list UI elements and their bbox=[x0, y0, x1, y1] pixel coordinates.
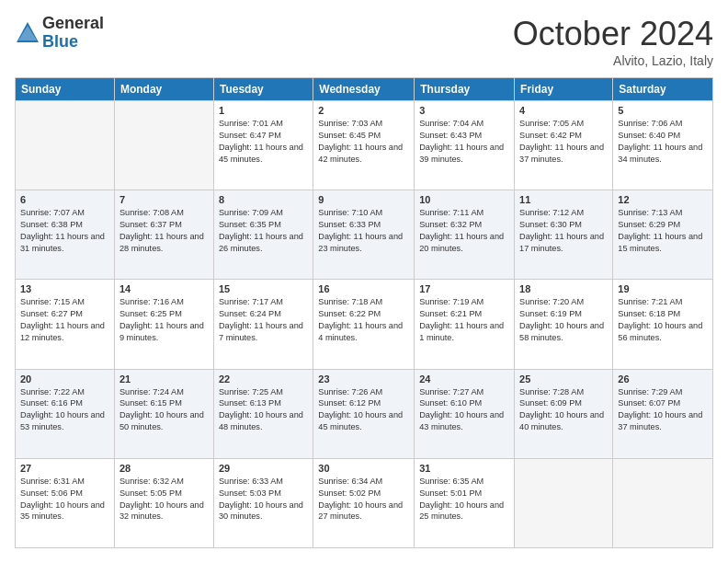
day-info: Sunrise: 7:07 AMSunset: 6:38 PMDaylight:… bbox=[20, 207, 109, 255]
logo-text: General Blue bbox=[42, 15, 104, 52]
calendar-cell: 23Sunrise: 7:26 AMSunset: 6:12 PMDayligh… bbox=[313, 369, 415, 458]
title-area: October 2024 Alvito, Lazio, Italy bbox=[513, 15, 713, 68]
calendar-cell bbox=[16, 101, 115, 190]
day-info: Sunrise: 7:01 AMSunset: 6:47 PMDaylight:… bbox=[219, 118, 308, 166]
calendar-cell: 2Sunrise: 7:03 AMSunset: 6:45 PMDaylight… bbox=[313, 101, 415, 190]
day-number: 9 bbox=[318, 194, 409, 205]
calendar-cell: 27Sunrise: 6:31 AMSunset: 5:06 PMDayligh… bbox=[16, 458, 115, 547]
day-info: Sunrise: 7:05 AMSunset: 6:42 PMDaylight:… bbox=[519, 118, 608, 166]
day-info: Sunrise: 7:04 AMSunset: 6:43 PMDaylight:… bbox=[419, 118, 509, 166]
logo-blue: Blue bbox=[42, 33, 104, 52]
day-info: Sunrise: 7:24 AMSunset: 6:15 PMDaylight:… bbox=[119, 386, 209, 434]
day-info: Sunrise: 7:17 AMSunset: 6:24 PMDaylight:… bbox=[219, 296, 308, 344]
day-number: 1 bbox=[219, 105, 308, 116]
day-number: 20 bbox=[20, 373, 109, 385]
calendar-week-row: 20Sunrise: 7:22 AMSunset: 6:16 PMDayligh… bbox=[16, 369, 713, 458]
day-number: 31 bbox=[419, 463, 509, 474]
calendar-cell bbox=[613, 458, 713, 547]
calendar-cell: 6Sunrise: 7:07 AMSunset: 6:38 PMDaylight… bbox=[16, 190, 115, 280]
day-info: Sunrise: 7:21 AMSunset: 6:18 PMDaylight:… bbox=[618, 296, 708, 344]
calendar-cell: 31Sunrise: 6:35 AMSunset: 5:01 PMDayligh… bbox=[415, 458, 515, 547]
day-info: Sunrise: 7:19 AMSunset: 6:21 PMDaylight:… bbox=[419, 296, 509, 344]
day-info: Sunrise: 7:22 AMSunset: 6:16 PMDaylight:… bbox=[20, 386, 109, 434]
calendar-table: Sunday Monday Tuesday Wednesday Thursday… bbox=[15, 77, 713, 548]
calendar-week-row: 1Sunrise: 7:01 AMSunset: 6:47 PMDaylight… bbox=[16, 101, 713, 190]
day-number: 7 bbox=[119, 194, 209, 205]
day-info: Sunrise: 7:16 AMSunset: 6:25 PMDaylight:… bbox=[119, 296, 209, 344]
calendar-cell: 1Sunrise: 7:01 AMSunset: 6:47 PMDaylight… bbox=[213, 101, 313, 190]
logo-area: General Blue bbox=[15, 15, 104, 52]
calendar-cell: 3Sunrise: 7:04 AMSunset: 6:43 PMDaylight… bbox=[415, 101, 515, 190]
location: Alvito, Lazio, Italy bbox=[513, 53, 713, 68]
calendar-cell: 5Sunrise: 7:06 AMSunset: 6:40 PMDaylight… bbox=[613, 101, 713, 190]
day-number: 29 bbox=[219, 463, 308, 474]
calendar-cell: 8Sunrise: 7:09 AMSunset: 6:35 PMDaylight… bbox=[213, 190, 313, 280]
calendar-cell: 21Sunrise: 7:24 AMSunset: 6:15 PMDayligh… bbox=[114, 369, 213, 458]
day-info: Sunrise: 7:28 AMSunset: 6:09 PMDaylight:… bbox=[519, 386, 608, 434]
calendar-cell: 16Sunrise: 7:18 AMSunset: 6:22 PMDayligh… bbox=[313, 280, 415, 369]
calendar-cell: 13Sunrise: 7:15 AMSunset: 6:27 PMDayligh… bbox=[16, 280, 115, 369]
header-row: Sunday Monday Tuesday Wednesday Thursday… bbox=[16, 78, 713, 101]
calendar-cell: 4Sunrise: 7:05 AMSunset: 6:42 PMDaylight… bbox=[515, 101, 613, 190]
day-number: 26 bbox=[618, 373, 708, 385]
day-info: Sunrise: 7:08 AMSunset: 6:37 PMDaylight:… bbox=[119, 207, 209, 255]
day-number: 13 bbox=[20, 283, 109, 294]
calendar-cell: 17Sunrise: 7:19 AMSunset: 6:21 PMDayligh… bbox=[415, 280, 515, 369]
calendar-cell: 24Sunrise: 7:27 AMSunset: 6:10 PMDayligh… bbox=[415, 369, 515, 458]
day-info: Sunrise: 6:35 AMSunset: 5:01 PMDaylight:… bbox=[419, 476, 509, 523]
day-info: Sunrise: 7:25 AMSunset: 6:13 PMDaylight:… bbox=[219, 386, 308, 434]
day-number: 4 bbox=[519, 105, 608, 116]
day-info: Sunrise: 7:26 AMSunset: 6:12 PMDaylight:… bbox=[318, 386, 409, 434]
day-number: 12 bbox=[618, 194, 708, 205]
day-info: Sunrise: 7:10 AMSunset: 6:33 PMDaylight:… bbox=[318, 207, 409, 255]
calendar-cell: 10Sunrise: 7:11 AMSunset: 6:32 PMDayligh… bbox=[415, 190, 515, 280]
day-number: 23 bbox=[318, 373, 409, 385]
calendar-cell: 15Sunrise: 7:17 AMSunset: 6:24 PMDayligh… bbox=[213, 280, 313, 369]
day-number: 3 bbox=[419, 105, 509, 116]
day-number: 2 bbox=[318, 105, 409, 116]
calendar-cell: 18Sunrise: 7:20 AMSunset: 6:19 PMDayligh… bbox=[515, 280, 613, 369]
day-number: 19 bbox=[618, 283, 708, 294]
calendar-cell bbox=[114, 101, 213, 190]
calendar-cell: 29Sunrise: 6:33 AMSunset: 5:03 PMDayligh… bbox=[213, 458, 313, 547]
calendar-body: 1Sunrise: 7:01 AMSunset: 6:47 PMDaylight… bbox=[16, 101, 713, 548]
th-tuesday: Tuesday bbox=[213, 78, 313, 101]
day-info: Sunrise: 6:32 AMSunset: 5:05 PMDaylight:… bbox=[119, 476, 209, 523]
calendar-cell: 19Sunrise: 7:21 AMSunset: 6:18 PMDayligh… bbox=[613, 280, 713, 369]
th-saturday: Saturday bbox=[613, 78, 713, 101]
th-friday: Friday bbox=[515, 78, 613, 101]
calendar-cell: 7Sunrise: 7:08 AMSunset: 6:37 PMDaylight… bbox=[114, 190, 213, 280]
day-info: Sunrise: 7:18 AMSunset: 6:22 PMDaylight:… bbox=[318, 296, 409, 344]
month-title: October 2024 bbox=[513, 15, 713, 53]
calendar-week-row: 27Sunrise: 6:31 AMSunset: 5:06 PMDayligh… bbox=[16, 458, 713, 547]
calendar-cell: 12Sunrise: 7:13 AMSunset: 6:29 PMDayligh… bbox=[613, 190, 713, 280]
calendar-week-row: 13Sunrise: 7:15 AMSunset: 6:27 PMDayligh… bbox=[16, 280, 713, 369]
calendar-header: Sunday Monday Tuesday Wednesday Thursday… bbox=[16, 78, 713, 101]
day-number: 5 bbox=[618, 105, 708, 116]
day-info: Sunrise: 7:11 AMSunset: 6:32 PMDaylight:… bbox=[419, 207, 509, 255]
calendar-cell: 14Sunrise: 7:16 AMSunset: 6:25 PMDayligh… bbox=[114, 280, 213, 369]
calendar-cell: 20Sunrise: 7:22 AMSunset: 6:16 PMDayligh… bbox=[16, 369, 115, 458]
header: General Blue October 2024 Alvito, Lazio,… bbox=[15, 15, 713, 68]
day-number: 18 bbox=[519, 283, 608, 294]
th-thursday: Thursday bbox=[415, 78, 515, 101]
calendar-cell: 28Sunrise: 6:32 AMSunset: 5:05 PMDayligh… bbox=[114, 458, 213, 547]
calendar-cell: 9Sunrise: 7:10 AMSunset: 6:33 PMDaylight… bbox=[313, 190, 415, 280]
day-number: 21 bbox=[119, 373, 209, 385]
day-number: 11 bbox=[519, 194, 608, 205]
logo-general: General bbox=[42, 15, 104, 33]
page: General Blue October 2024 Alvito, Lazio,… bbox=[0, 0, 728, 563]
day-number: 27 bbox=[20, 463, 109, 474]
day-info: Sunrise: 7:12 AMSunset: 6:30 PMDaylight:… bbox=[519, 207, 608, 255]
day-info: Sunrise: 6:33 AMSunset: 5:03 PMDaylight:… bbox=[219, 476, 308, 523]
day-info: Sunrise: 7:15 AMSunset: 6:27 PMDaylight:… bbox=[20, 296, 109, 344]
day-info: Sunrise: 7:29 AMSunset: 6:07 PMDaylight:… bbox=[618, 386, 708, 434]
day-info: Sunrise: 7:06 AMSunset: 6:40 PMDaylight:… bbox=[618, 118, 708, 166]
day-number: 10 bbox=[419, 194, 509, 205]
calendar-cell bbox=[515, 458, 613, 547]
calendar-cell: 11Sunrise: 7:12 AMSunset: 6:30 PMDayligh… bbox=[515, 190, 613, 280]
day-number: 28 bbox=[119, 463, 209, 474]
day-info: Sunrise: 7:13 AMSunset: 6:29 PMDaylight:… bbox=[618, 207, 708, 255]
day-number: 30 bbox=[318, 463, 409, 474]
day-number: 15 bbox=[219, 283, 308, 294]
